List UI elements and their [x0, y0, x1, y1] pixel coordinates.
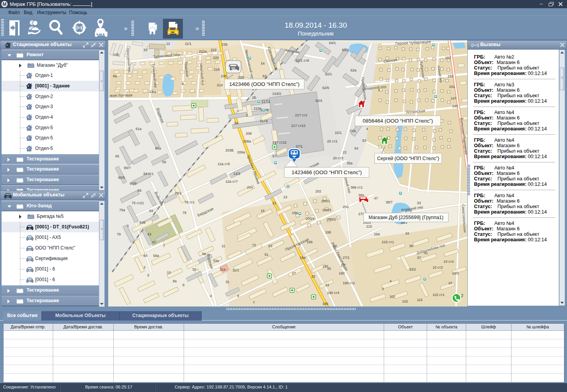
- svg-text:27: 27: [341, 264, 345, 267]
- svg-text:10 ст4: 10 ст4: [444, 260, 454, 264]
- svg-text:23: 23: [283, 195, 287, 199]
- svg-text:206а: 206а: [237, 150, 245, 154]
- svg-text:18: 18: [333, 244, 337, 248]
- svg-text:8: 8: [237, 294, 239, 298]
- svg-text:204: 204: [247, 185, 253, 189]
- svg-text:21: 21: [272, 201, 276, 205]
- svg-text:200/4: 200/4: [306, 217, 315, 221]
- svg-text:198: 198: [325, 230, 331, 234]
- svg-text:62/4: 62/4: [315, 99, 322, 103]
- svg-text:235: 235: [221, 74, 227, 78]
- svg-text:5: 5: [147, 273, 149, 277]
- svg-text:38/7: 38/7: [386, 200, 393, 204]
- svg-text:12: 12: [166, 42, 170, 46]
- svg-text:78 ст1: 78 ст1: [184, 200, 195, 204]
- svg-text:203Б: 203Б: [225, 148, 234, 152]
- svg-text:38в ст1: 38в ст1: [351, 185, 363, 189]
- svg-text:4: 4: [366, 127, 368, 131]
- svg-text:10/1: 10/1: [452, 271, 459, 275]
- svg-text:11/1: 11/1: [233, 268, 239, 272]
- svg-text:33: 33: [417, 201, 421, 205]
- svg-text:18а: 18а: [300, 256, 306, 260]
- svg-text:3: 3: [143, 265, 145, 269]
- svg-text:53: 53: [362, 139, 366, 143]
- svg-text:34: 34: [405, 232, 409, 235]
- svg-text:15: 15: [261, 209, 265, 213]
- svg-text:217 ст22: 217 ст22: [272, 141, 286, 144]
- svg-text:1: 1: [127, 224, 129, 228]
- svg-text:12а ст7: 12а ст7: [225, 180, 238, 184]
- svg-text:10Б: 10Б: [113, 53, 119, 57]
- svg-text:10: 10: [448, 281, 452, 285]
- svg-text:10: 10: [167, 271, 171, 274]
- svg-text:115 ст1: 115 ст1: [433, 293, 444, 297]
- svg-text:61а: 61а: [136, 127, 141, 131]
- svg-text:84: 84: [143, 254, 147, 258]
- svg-text:22/1: 22/1: [335, 131, 342, 135]
- svg-text:214: 214: [217, 83, 223, 87]
- svg-text:4: 4: [182, 82, 184, 86]
- svg-text:217 ст2: 217 ст2: [295, 113, 307, 117]
- svg-text:217а: 217а: [260, 119, 268, 123]
- svg-text:59а: 59а: [153, 254, 159, 258]
- svg-text:57: 57: [272, 154, 276, 158]
- svg-text:256: 256: [374, 232, 380, 236]
- svg-text:38: 38: [409, 244, 413, 248]
- svg-text:200/2: 200/2: [327, 217, 336, 221]
- svg-text:20 ст2: 20 ст2: [327, 139, 337, 143]
- svg-text:147: 147: [451, 96, 456, 100]
- svg-text:78: 78: [182, 211, 186, 215]
- svg-text:219/2: 219/2: [272, 92, 281, 96]
- svg-text:54: 54: [354, 146, 358, 150]
- svg-text:63: 63: [263, 74, 267, 78]
- svg-text:33/2: 33/2: [409, 267, 416, 271]
- svg-text:2а: 2а: [234, 121, 238, 125]
- svg-text:200: 200: [343, 205, 349, 209]
- svg-text:2: 2: [246, 113, 248, 117]
- svg-text:90/6: 90/6: [118, 176, 125, 180]
- svg-text:217 ст23: 217 ст23: [291, 124, 305, 128]
- svg-text:190: 190: [339, 271, 345, 275]
- svg-text:190 ст4: 190 ст4: [327, 291, 339, 295]
- svg-text:10 ст2: 10 ст2: [433, 265, 443, 269]
- svg-text:22: 22: [343, 150, 347, 154]
- svg-text:9а: 9а: [202, 252, 206, 256]
- svg-text:27: 27: [292, 271, 296, 275]
- svg-text:62/1: 62/1: [325, 72, 332, 76]
- svg-text:19а: 19а: [292, 211, 298, 215]
- svg-text:65: 65: [115, 154, 119, 158]
- svg-text:86а: 86а: [155, 146, 161, 150]
- svg-text:53: 53: [268, 244, 272, 248]
- svg-text:M: M: [3, 2, 7, 7]
- svg-text:78/1: 78/1: [175, 191, 182, 195]
- svg-text:90/8: 90/8: [130, 182, 137, 185]
- svg-text:50/2: 50/2: [342, 48, 349, 52]
- svg-text:208: 208: [246, 132, 252, 135]
- svg-text:35а: 35а: [347, 161, 352, 165]
- svg-text:62/6: 62/6: [322, 86, 329, 90]
- svg-text:25: 25: [311, 274, 315, 278]
- svg-text:8а: 8а: [113, 74, 117, 78]
- svg-text:157: 157: [445, 56, 451, 60]
- svg-text:145: 145: [452, 104, 458, 108]
- svg-text:37: 37: [417, 256, 421, 260]
- svg-text:51: 51: [265, 253, 268, 257]
- svg-text:210в: 210в: [254, 107, 261, 110]
- svg-text:43: 43: [147, 232, 151, 236]
- svg-text:62а: 62а: [351, 68, 356, 72]
- svg-text:1а: 1а: [261, 61, 265, 65]
- svg-text:2Б: 2Б: [252, 96, 256, 100]
- svg-text:2: 2: [461, 294, 463, 298]
- svg-text:57/1: 57/1: [296, 144, 303, 148]
- svg-text:20 ст3: 20 ст3: [333, 156, 343, 160]
- svg-text:12а ст5: 12а ст5: [218, 162, 230, 166]
- svg-text:207: 207: [390, 295, 395, 299]
- svg-text:200/3: 200/3: [322, 208, 331, 212]
- svg-text:196: 196: [307, 240, 313, 244]
- svg-text:75 ст21: 75 ст21: [132, 201, 144, 205]
- svg-text:8: 8: [182, 283, 184, 287]
- svg-text:жне-Луговая: жне-Луговая: [110, 93, 132, 98]
- svg-text:41: 41: [152, 240, 156, 244]
- svg-text:202: 202: [315, 189, 321, 193]
- svg-text:13/1: 13/1: [149, 90, 156, 94]
